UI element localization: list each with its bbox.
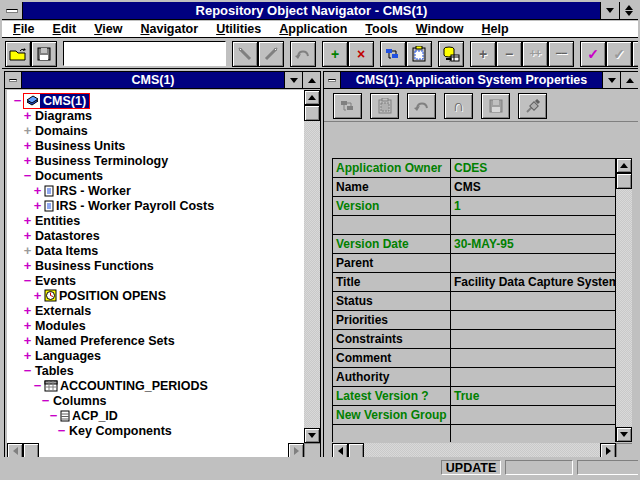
tree-item-events[interactable]: −Events [7, 273, 304, 288]
property-row[interactable] [333, 216, 616, 235]
expand-icon[interactable]: + [32, 183, 43, 198]
property-value[interactable] [451, 311, 616, 330]
collapse-button[interactable]: − [496, 41, 522, 67]
property-value[interactable] [451, 368, 616, 387]
property-value[interactable]: 30-MAY-95 [451, 235, 616, 254]
property-row[interactable]: Priorities [333, 311, 616, 330]
pin-button[interactable] [518, 93, 547, 119]
property-row[interactable]: Comment [333, 349, 616, 368]
tree-item-entities[interactable]: +Entities [7, 213, 304, 228]
scroll-up-button[interactable] [616, 158, 632, 173]
property-value[interactable]: CMS [451, 178, 616, 197]
expand-icon[interactable]: + [22, 348, 33, 363]
property-value[interactable]: True [451, 387, 616, 406]
system-menu-button[interactable] [2, 2, 23, 19]
undo-button[interactable] [290, 41, 316, 67]
delete-object-button[interactable]: × [348, 41, 374, 67]
property-value[interactable]: CDES [451, 159, 616, 178]
property-row[interactable]: Latest Version ?True [333, 387, 616, 406]
menu-application[interactable]: Application [270, 22, 356, 36]
mark-button[interactable]: ✓ [580, 41, 606, 67]
paste-properties-button[interactable] [370, 93, 399, 119]
property-value[interactable]: 1 [451, 197, 616, 216]
property-row[interactable]: New Version Group [333, 406, 616, 425]
collapse-icon[interactable]: − [40, 393, 51, 408]
property-row[interactable]: Parent [333, 254, 616, 273]
copy-properties-button[interactable] [333, 93, 362, 119]
menu-view[interactable]: View [85, 22, 131, 36]
property-value[interactable] [451, 254, 616, 273]
menu-file[interactable]: File [4, 22, 44, 36]
property-value[interactable] [451, 216, 616, 235]
navigator-system-menu[interactable] [5, 72, 22, 88]
expand-icon[interactable]: + [32, 288, 43, 303]
paste-object-button[interactable] [406, 41, 432, 67]
properties-maximize-button[interactable] [620, 72, 638, 88]
tree-item-domains[interactable]: +Domains [7, 123, 304, 138]
collapse-icon[interactable]: − [22, 168, 33, 183]
table-vertical-scrollbar[interactable] [616, 158, 632, 442]
scrollbar-thumb[interactable] [616, 173, 632, 189]
property-value[interactable] [451, 406, 616, 425]
tree-item-languages[interactable]: +Languages [7, 348, 304, 363]
expand-icon[interactable]: + [22, 138, 33, 153]
tree-vertical-scrollbar[interactable] [304, 90, 320, 443]
tree-item-irs-worker-payroll[interactable]: +IRS - Worker Payroll Costs [7, 198, 304, 213]
collapse-icon[interactable]: − [48, 408, 59, 423]
tree-item-datastores[interactable]: +Datastores [7, 228, 304, 243]
undo-properties-button[interactable] [407, 93, 436, 119]
tree-item-diagrams[interactable]: +Diagrams [7, 108, 304, 123]
tree-item-irs-worker[interactable]: +IRS - Worker [7, 183, 304, 198]
property-row[interactable]: Constraints [333, 330, 616, 349]
property-row[interactable]: NameCMS [333, 178, 616, 197]
expand-icon[interactable]: + [22, 123, 33, 138]
expand-icon[interactable]: + [22, 243, 33, 258]
property-row[interactable]: Version Date30-MAY-95 [333, 235, 616, 254]
menu-edit[interactable]: Edit [44, 22, 86, 36]
property-row[interactable]: TitleFacility Data Capture System [333, 273, 616, 292]
open-button[interactable] [5, 41, 31, 67]
tree-item-data-items[interactable]: +Data Items [7, 243, 304, 258]
property-row[interactable]: Authority [333, 368, 616, 387]
collapse-icon[interactable]: − [22, 273, 33, 288]
expand-icon[interactable]: + [22, 108, 33, 123]
menu-utilities[interactable]: Utilities [207, 22, 270, 36]
collapse-icon[interactable]: − [22, 363, 33, 378]
copy-object-button[interactable] [380, 41, 406, 67]
scroll-up-button[interactable] [304, 90, 320, 105]
tree-item-accounting-periods[interactable]: −ACCOUNTING_PERIODS [7, 378, 304, 393]
menu-navigator[interactable]: Navigator [131, 22, 207, 36]
intersect-button[interactable]: ∩ [444, 93, 473, 119]
expand-all-button[interactable]: ++ [522, 41, 548, 67]
tree-item-columns[interactable]: −Columns [7, 393, 304, 408]
tree-item-documents[interactable]: −Documents [7, 168, 304, 183]
scroll-down-button[interactable] [616, 427, 632, 442]
expand-icon[interactable]: + [22, 303, 33, 318]
menu-tools[interactable]: Tools [356, 22, 406, 36]
create-object-button[interactable]: + [322, 41, 348, 67]
save-properties-button[interactable] [481, 93, 510, 119]
menu-window[interactable]: Window [407, 22, 473, 36]
menu-help[interactable]: Help [473, 22, 518, 36]
scrollbar-thumb[interactable] [304, 105, 320, 121]
requery-button[interactable] [232, 41, 258, 67]
expand-icon[interactable]: + [22, 153, 33, 168]
collapse-icon[interactable]: − [32, 378, 43, 393]
tree-item-acp-id[interactable]: −ACP_ID [7, 408, 304, 423]
property-row[interactable]: Application OwnerCDES [333, 159, 616, 178]
navigator-maximize-button[interactable] [302, 72, 320, 88]
function-button[interactable]: ↘ƒ [632, 41, 640, 67]
property-value[interactable] [451, 330, 616, 349]
expand-icon[interactable]: + [22, 213, 33, 228]
property-value[interactable]: Facility Data Capture System [451, 273, 616, 292]
expand-icon[interactable]: + [32, 198, 43, 213]
tree-item-externals[interactable]: +Externals [7, 303, 304, 318]
unmark-button[interactable]: ✓ [606, 41, 632, 67]
tree-item-business-units[interactable]: +Business Units [7, 138, 304, 153]
minimize-button[interactable] [600, 2, 619, 19]
property-row[interactable] [333, 425, 616, 442]
tree-item-position-opens[interactable]: +POSITION OPENS [7, 288, 304, 303]
tree-item-business-terminology[interactable]: +Business Terminology [7, 153, 304, 168]
find-input[interactable] [63, 41, 226, 66]
collapse-icon[interactable]: − [56, 423, 67, 438]
